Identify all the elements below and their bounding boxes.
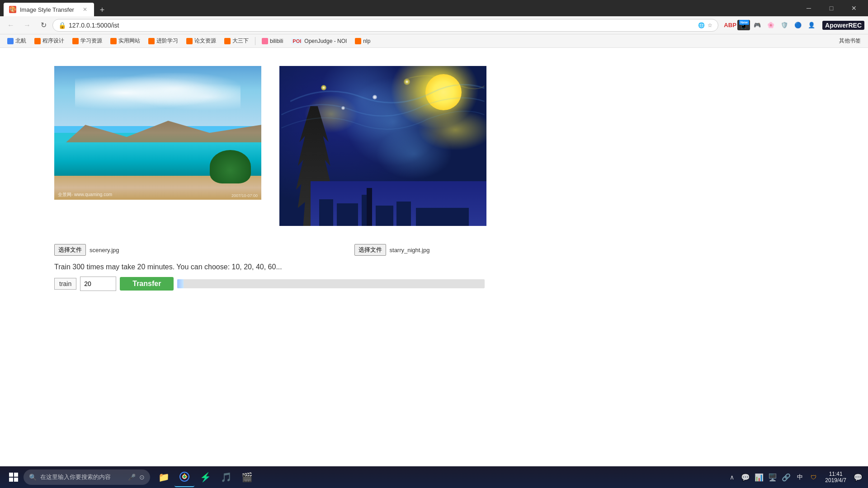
translate-icon: 🌐: [698, 22, 705, 28]
taskbar-music[interactable]: 🎵: [216, 467, 236, 487]
tray-icon-3[interactable]: 🖥️: [766, 467, 779, 487]
new-badge: New: [739, 20, 749, 25]
new-tab-button[interactable]: +: [96, 4, 108, 16]
clock-time: 11:41: [829, 471, 843, 477]
tray-icon-4[interactable]: 🔗: [780, 467, 793, 487]
tab-bar: 🎨 Image Style Transfer ✕ +: [4, 0, 108, 16]
forward-button[interactable]: →: [20, 18, 34, 33]
file-name-left: scenery.jpg: [90, 247, 119, 253]
start-button[interactable]: [4, 467, 24, 487]
bookmark-label-openjudge: OpenJudge - NOI: [304, 38, 347, 44]
tab-close-button[interactable]: ✕: [81, 6, 89, 13]
bookmark-label-bilibili: bilibili: [270, 38, 283, 44]
refresh-button[interactable]: ↻: [36, 18, 51, 33]
church-tower: [367, 188, 372, 226]
bookmark-more-label: 其他书签: [839, 38, 861, 44]
minimize-button[interactable]: ─: [798, 0, 819, 16]
bookmark-label-learning: 学习资源: [80, 37, 102, 45]
clock-area[interactable]: 11:41 2019/4/7: [821, 467, 850, 487]
scenery-watermark2: 2007/10-07:00: [231, 193, 258, 198]
taskbar-pycharm[interactable]: ⚡: [195, 467, 215, 487]
abp-icon[interactable]: ABP: [724, 19, 736, 32]
address-bar[interactable]: 🔒 127.0.0.1:5000/ist 🌐 ☆: [52, 19, 718, 32]
bookmark-bilibili[interactable]: bilibili: [258, 37, 287, 45]
content-image-right: [279, 66, 486, 226]
tray-lang-icon[interactable]: 中: [793, 467, 806, 487]
maximize-button[interactable]: □: [821, 0, 842, 16]
bookmark-icon-papers: [186, 38, 193, 44]
tray-expand-icon[interactable]: ∧: [726, 467, 738, 487]
controls-section: 选择文件 scenery.jpg 选择文件 starry_night.jpg T…: [54, 244, 814, 291]
bookmark-label-programming: 程序设计: [42, 37, 64, 45]
bookmark-junior3[interactable]: 大三下: [221, 36, 252, 46]
bookmark-label-practical: 实用网站: [118, 37, 140, 45]
apowerrec-logo: ApowerREC: [822, 21, 864, 30]
taskbar-search[interactable]: 🔍 在这里输入你要搜索的内容 🎤 ⊙: [24, 469, 150, 485]
bookmark-more[interactable]: 其他书签: [835, 36, 864, 46]
bookmark-nlp[interactable]: nlp: [351, 37, 374, 45]
extension-icon-6[interactable]: 👤: [805, 19, 818, 32]
building-6: [416, 208, 469, 226]
bookmark-star-icon[interactable]: ☆: [708, 22, 712, 28]
svg-point-2: [183, 475, 186, 478]
file-input-left: 选择文件 scenery.jpg: [54, 244, 119, 256]
bookmark-icon-programming: [34, 38, 41, 44]
extension-icon-new[interactable]: 📱 New: [737, 19, 750, 32]
hint-text: Train 300 times may take 20 minutes. You…: [54, 263, 814, 271]
scenery-watermark: 全景网- www.quaming.com: [58, 192, 112, 198]
extension-icon-5[interactable]: 🔵: [792, 19, 804, 32]
bookmark-label-nlp: nlp: [363, 38, 370, 44]
progress-bar-fill: [177, 279, 184, 288]
window-controls: ─ □ ✕: [798, 0, 864, 16]
bookmark-advanced[interactable]: 进阶学习: [145, 36, 182, 46]
train-row: train Transfer: [54, 277, 814, 291]
bookmark-icon-openjudge: POI: [291, 38, 302, 44]
tray-wechat-icon[interactable]: 💬: [739, 467, 752, 487]
bookmark-icon-nlp: [355, 38, 361, 44]
transfer-button[interactable]: Transfer: [120, 277, 174, 291]
clock-date: 2019/4/7: [825, 477, 846, 483]
taskbar-icons: 📁 ⚡ 🎵 🎬: [154, 467, 257, 487]
close-button[interactable]: ✕: [844, 0, 864, 16]
extension-icon-3[interactable]: 🌸: [764, 19, 777, 32]
scenery-clouds: [75, 73, 241, 113]
building-4: [376, 206, 393, 226]
tray-security-icon[interactable]: 🛡: [807, 467, 820, 487]
music-icon: 🎵: [221, 472, 232, 483]
extension-icon-2[interactable]: 🎮: [751, 19, 764, 32]
active-tab[interactable]: 🎨 Image Style Transfer ✕: [4, 3, 94, 16]
bookmark-papers[interactable]: 论文资源: [183, 36, 220, 46]
cortana-icon[interactable]: ⊙: [139, 474, 145, 481]
extension-icon-4[interactable]: 🛡️: [778, 19, 791, 32]
bookmark-icon-bilibili: [262, 38, 268, 44]
back-button[interactable]: ←: [4, 18, 18, 33]
tab-favicon: 🎨: [9, 6, 16, 13]
bookmark-programming[interactable]: 程序设计: [31, 36, 68, 46]
taskbar-video[interactable]: 🎬: [237, 467, 257, 487]
microphone-icon[interactable]: 🎤: [128, 474, 136, 481]
title-bar: 🎨 Image Style Transfer ✕ + ─ □ ✕: [0, 0, 868, 16]
choose-file-left-button[interactable]: 选择文件: [54, 244, 86, 256]
bookmark-icon-junior3: [224, 38, 231, 44]
main-content: 全景网- www.quaming.com 2007/10-07:00: [0, 48, 868, 466]
bookmark-beihang[interactable]: 北航: [4, 36, 30, 46]
train-input[interactable]: [80, 277, 116, 291]
bookmark-label-advanced: 进阶学习: [156, 37, 178, 45]
taskbar-chrome[interactable]: [175, 467, 194, 487]
chrome-icon: [179, 472, 189, 482]
building-5: [396, 202, 410, 226]
address-text: 127.0.0.1:5000/ist: [69, 22, 695, 29]
tray-icon-2[interactable]: 📊: [753, 467, 765, 487]
lock-icon: 🔒: [58, 22, 66, 29]
bookmark-practical[interactable]: 实用网站: [107, 36, 144, 46]
nav-right-icons: ABP 📱 New 🎮 🌸 🛡️ 🔵 👤 ApowerREC: [724, 19, 864, 32]
choose-file-right-button[interactable]: 选择文件: [354, 244, 386, 256]
taskbar-fileexplorer[interactable]: 📁: [154, 467, 174, 487]
bookmark-learning[interactable]: 学习资源: [69, 36, 106, 46]
notification-icon[interactable]: 💬: [852, 467, 864, 487]
train-label: train: [54, 278, 76, 290]
bookmark-openjudge[interactable]: POI OpenJudge - NOI: [288, 37, 350, 45]
swirl-svg: [279, 66, 486, 181]
taskbar: 🔍 在这里输入你要搜索的内容 🎤 ⊙ 📁 ⚡ 🎵 🎬 ∧: [0, 466, 868, 488]
file-inputs-row: 选择文件 scenery.jpg 选择文件 starry_night.jpg: [54, 244, 814, 256]
